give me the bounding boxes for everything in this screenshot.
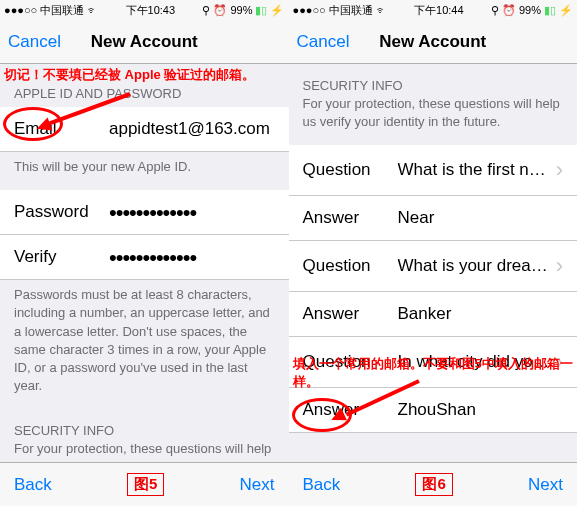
battery-pct: 99% [519,4,541,16]
carrier: 中国联通 [329,3,373,18]
security-subtext: For your protection, these questions wil… [0,438,289,462]
question2-row[interactable]: Question What is your drea… [289,241,578,292]
status-bar: ●●●○○ 中国联通 ᯤ 下午10:44 ⚲ ⏰ 99% ▮▯ ⚡ [289,0,578,20]
annotation-circle [292,398,352,432]
status-bar: ●●●○○ 中国联通 ᯤ 下午10:43 ⚲ ⏰ 99% ▮▯ ⚡ [0,0,289,20]
answer1-row[interactable]: Answer Near [289,196,578,241]
alarm-icon: ⚲ ⏰ [491,4,516,17]
figure-label: 图6 [415,473,452,496]
answer2-row[interactable]: Answer Banker [289,292,578,337]
password-row[interactable]: Password ••••••••••••• [0,190,289,235]
cancel-button[interactable]: Cancel [297,32,350,52]
screen-left: ●●●○○ 中国联通 ᯤ 下午10:43 ⚲ ⏰ 99% ▮▯ ⚡ Cancel… [0,0,289,506]
nav-bar: Cancel New Account [0,20,289,64]
back-button[interactable]: Back [303,475,341,495]
password-value[interactable]: ••••••••••••• [109,204,275,221]
password-label: Password [14,202,109,222]
verify-label: Verify [14,247,109,267]
carrier: 中国联通 [40,3,84,18]
wifi-icon: ᯤ [376,4,387,16]
security-subtext: For your protection, these questions wil… [289,93,578,145]
clock: 下午10:43 [126,3,176,18]
email-value[interactable]: appidtest1@163.com [109,119,275,139]
bottom-toolbar: Back 图5 Next [0,462,289,506]
answer1-value[interactable]: Near [398,208,564,228]
wifi-icon: ᯤ [87,4,98,16]
screen-right: ●●●○○ 中国联通 ᯤ 下午10:44 ⚲ ⏰ 99% ▮▯ ⚡ Cancel… [289,0,578,506]
section-security: SECURITY INFO [0,409,289,438]
question-label: Question [303,160,398,180]
figure-label: 图5 [127,473,164,496]
next-button[interactable]: Next [528,475,563,495]
battery-icon: ▮▯ ⚡ [544,4,573,17]
annotation-circle [3,107,63,141]
answer3-value[interactable]: ZhouShan [398,400,564,420]
next-button[interactable]: Next [240,475,275,495]
question1-row[interactable]: Question What is the first na… [289,145,578,196]
question-label: Question [303,256,398,276]
verify-value[interactable]: ••••••••••••• [109,249,275,266]
section-security: SECURITY INFO [289,64,578,93]
verify-row[interactable]: Verify ••••••••••••• [0,235,289,280]
question2-value: What is your drea… [398,256,550,276]
alarm-icon: ⚲ ⏰ [202,4,227,17]
bottom-toolbar: Back 图6 Next [289,462,578,506]
nav-bar: Cancel New Account [289,20,578,64]
question1-value: What is the first na… [398,160,550,180]
clock: 下午10:44 [414,3,464,18]
answer2-value[interactable]: Banker [398,304,564,324]
battery-pct: 99% [230,4,252,16]
cancel-button[interactable]: Cancel [8,32,61,52]
apple-id-footer: This will be your new Apple ID. [0,152,289,190]
section-rescue: OPTIONAL RESCUE EMAIL [289,433,578,462]
annotation-warning: 切记！不要填已经被 Apple 验证过的邮箱。 [4,66,255,84]
signal-dots: ●●●○○ [293,4,326,16]
signal-dots: ●●●○○ [4,4,37,16]
answer-label: Answer [303,208,398,228]
answer-label: Answer [303,304,398,324]
battery-icon: ▮▯ ⚡ [255,4,284,17]
password-footer: Passwords must be at least 8 characters,… [0,280,289,409]
back-button[interactable]: Back [14,475,52,495]
annotation-warning: 填入一个常用的邮箱。不要和图5中填入的邮箱一样。 [293,355,574,391]
